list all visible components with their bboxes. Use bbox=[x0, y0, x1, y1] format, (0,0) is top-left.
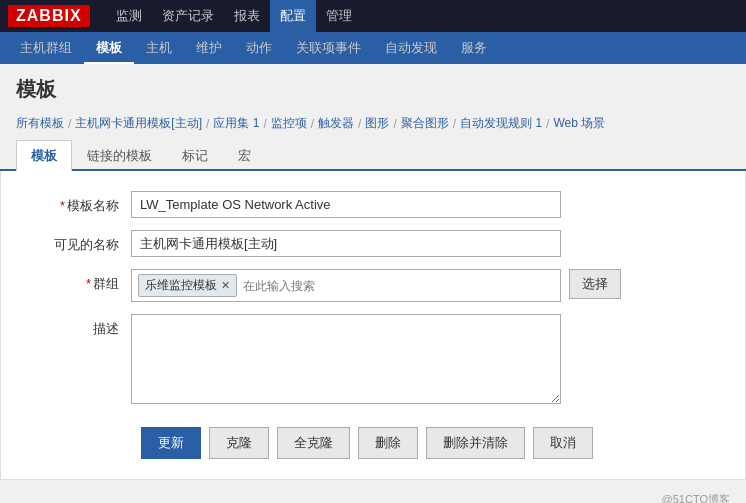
second-nav-templates[interactable]: 模板 bbox=[84, 32, 134, 64]
breadcrumb-sep-5: / bbox=[358, 117, 361, 131]
visible-name-field bbox=[131, 230, 561, 257]
breadcrumb-all-templates[interactable]: 所有模板 bbox=[16, 115, 64, 132]
second-nav-discovery[interactable]: 自动发现 bbox=[373, 32, 449, 64]
template-name-field bbox=[131, 191, 561, 218]
breadcrumb-sep-7: / bbox=[453, 117, 456, 131]
footer-text: @51CTO博客 bbox=[662, 493, 730, 503]
breadcrumb-current-template[interactable]: 主机网卡通用模板[主动] bbox=[75, 115, 202, 132]
description-row: 描述 bbox=[41, 314, 705, 407]
group-field[interactable]: 乐维监控模板 ✕ bbox=[131, 269, 561, 302]
group-tag: 乐维监控模板 ✕ bbox=[138, 274, 237, 297]
visible-name-input[interactable] bbox=[131, 230, 561, 257]
button-row: 更新 克隆 全克隆 删除 删除并清除 取消 bbox=[41, 427, 705, 459]
breadcrumb-aggregate[interactable]: 聚合图形 bbox=[401, 115, 449, 132]
breadcrumb-sep-4: / bbox=[311, 117, 314, 131]
group-label: 群组 bbox=[41, 269, 131, 293]
nav-item-monitor[interactable]: 监测 bbox=[106, 0, 152, 32]
select-button[interactable]: 选择 bbox=[569, 269, 621, 299]
template-name-label: 模板名称 bbox=[41, 191, 131, 215]
breadcrumb-web[interactable]: Web 场景 bbox=[553, 115, 605, 132]
page-title: 模板 bbox=[0, 64, 746, 111]
footer: @51CTO博客 bbox=[0, 484, 746, 503]
breadcrumb-autodiscovery[interactable]: 自动发现规则 1 bbox=[460, 115, 542, 132]
nav-item-config[interactable]: 配置 bbox=[270, 0, 316, 32]
second-nav-actions[interactable]: 动作 bbox=[234, 32, 284, 64]
template-name-input[interactable] bbox=[131, 191, 561, 218]
main-content: 模板名称 可见的名称 群组 乐维监控模板 ✕ 选择 描述 bbox=[0, 171, 746, 480]
update-button[interactable]: 更新 bbox=[141, 427, 201, 459]
tab-linked-templates[interactable]: 链接的模板 bbox=[72, 140, 167, 171]
breadcrumb-items[interactable]: 监控项 bbox=[271, 115, 307, 132]
full-clone-button[interactable]: 全克隆 bbox=[277, 427, 350, 459]
group-tag-label: 乐维监控模板 bbox=[145, 277, 217, 294]
logo: ZABBIX bbox=[8, 5, 90, 27]
template-name-row: 模板名称 bbox=[41, 191, 705, 218]
delete-button[interactable]: 删除 bbox=[358, 427, 418, 459]
top-navigation: ZABBIX 监测 资产记录 报表 配置 管理 bbox=[0, 0, 746, 32]
breadcrumb-sep-1: / bbox=[68, 117, 71, 131]
nav-item-reports[interactable]: 报表 bbox=[224, 0, 270, 32]
visible-name-label: 可见的名称 bbox=[41, 230, 131, 254]
second-nav-hosts[interactable]: 主机 bbox=[134, 32, 184, 64]
description-label: 描述 bbox=[41, 314, 131, 338]
tab-bar: 模板 链接的模板 标记 宏 bbox=[0, 140, 746, 171]
breadcrumb-sep-8: / bbox=[546, 117, 549, 131]
clone-button[interactable]: 克隆 bbox=[209, 427, 269, 459]
delete-and-clear-button[interactable]: 删除并清除 bbox=[426, 427, 525, 459]
second-nav-correlation[interactable]: 关联项事件 bbox=[284, 32, 373, 64]
description-field bbox=[131, 314, 561, 407]
breadcrumb-sep-3: / bbox=[263, 117, 266, 131]
breadcrumb-triggers[interactable]: 触发器 bbox=[318, 115, 354, 132]
second-nav-maintenance[interactable]: 维护 bbox=[184, 32, 234, 64]
group-row: 群组 乐维监控模板 ✕ 选择 bbox=[41, 269, 705, 302]
second-navigation: 主机群组 模板 主机 维护 动作 关联项事件 自动发现 服务 bbox=[0, 32, 746, 64]
nav-item-assets[interactable]: 资产记录 bbox=[152, 0, 224, 32]
tab-macros[interactable]: 宏 bbox=[223, 140, 266, 171]
group-tag-close-icon[interactable]: ✕ bbox=[221, 279, 230, 292]
group-field-wrapper: 乐维监控模板 ✕ bbox=[131, 269, 561, 302]
breadcrumb-appsets[interactable]: 应用集 1 bbox=[213, 115, 259, 132]
breadcrumb: 所有模板 / 主机网卡通用模板[主动] / 应用集 1 / 监控项 / 触发器 … bbox=[0, 111, 746, 140]
nav-item-admin[interactable]: 管理 bbox=[316, 0, 362, 32]
breadcrumb-sep-6: / bbox=[393, 117, 396, 131]
visible-name-row: 可见的名称 bbox=[41, 230, 705, 257]
tab-template[interactable]: 模板 bbox=[16, 140, 72, 171]
second-nav-services[interactable]: 服务 bbox=[449, 32, 499, 64]
second-nav-hostgroups[interactable]: 主机群组 bbox=[8, 32, 84, 64]
tab-tags[interactable]: 标记 bbox=[167, 140, 223, 171]
cancel-button[interactable]: 取消 bbox=[533, 427, 593, 459]
group-search-input[interactable] bbox=[241, 277, 554, 295]
breadcrumb-sep-2: / bbox=[206, 117, 209, 131]
description-input[interactable] bbox=[131, 314, 561, 404]
breadcrumb-graphs[interactable]: 图形 bbox=[365, 115, 389, 132]
